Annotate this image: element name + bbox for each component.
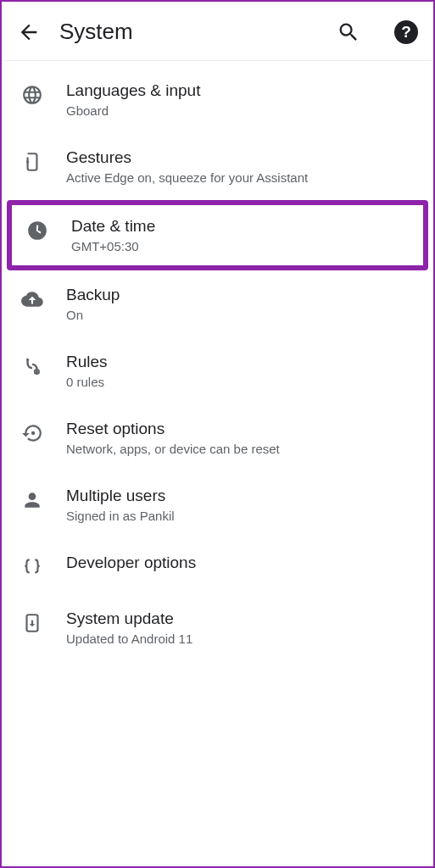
list-item-developer[interactable]: Developer options: [2, 538, 433, 594]
search-icon[interactable]: [337, 20, 360, 44]
item-label: Backup: [66, 286, 120, 304]
item-label: Reset options: [66, 420, 280, 438]
svg-point-2: [37, 371, 38, 372]
update-icon: [20, 611, 44, 635]
back-arrow-icon[interactable]: [17, 20, 41, 44]
svg-point-6: [31, 431, 35, 435]
list-item-system-update[interactable]: System update Updated to Android 11: [2, 594, 433, 661]
item-subtitle: Network, apps, or device can be reset: [66, 442, 280, 456]
backup-icon: [20, 287, 44, 311]
settings-list: Languages & input Gboard Gestures Active…: [2, 61, 433, 666]
item-subtitle: 0 rules: [66, 375, 108, 389]
item-label: Rules: [66, 353, 108, 371]
list-item-gestures[interactable]: Gestures Active Edge on, squeeze for you…: [2, 133, 433, 200]
rules-icon: [20, 354, 44, 378]
user-icon: [20, 488, 44, 512]
list-item-languages[interactable]: Languages & input Gboard: [2, 66, 433, 133]
list-item-rules[interactable]: Rules 0 rules: [2, 337, 433, 404]
braces-icon: [20, 555, 44, 579]
item-label: Developer options: [66, 554, 196, 572]
item-label: Languages & input: [66, 81, 200, 100]
item-label: System update: [66, 609, 192, 628]
globe-icon: [20, 83, 44, 107]
item-label: Date & time: [71, 217, 155, 236]
page-title: System: [59, 19, 303, 45]
list-item-backup[interactable]: Backup On: [2, 270, 433, 337]
item-subtitle: GMT+05:30: [71, 239, 155, 253]
svg-point-4: [36, 370, 37, 371]
list-item-users[interactable]: Multiple users Signed in as Pankil: [2, 471, 433, 538]
item-subtitle: Gboard: [66, 103, 200, 118]
list-item-reset[interactable]: Reset options Network, apps, or device c…: [2, 404, 433, 471]
svg-point-3: [35, 371, 36, 372]
gesture-icon: [20, 150, 44, 174]
item-subtitle: Active Edge on, squeeze for your Assista…: [66, 170, 308, 185]
item-subtitle: Signed in as Pankil: [66, 509, 175, 523]
list-item-date-time[interactable]: Date & time GMT+05:30: [7, 200, 428, 270]
item-label: Multiple users: [66, 487, 175, 505]
item-subtitle: On: [66, 308, 120, 322]
header: System ?: [2, 2, 433, 61]
svg-point-5: [36, 372, 37, 373]
clock-icon: [25, 219, 49, 242]
reset-icon: [20, 421, 44, 445]
item-subtitle: Updated to Android 11: [66, 632, 192, 646]
help-icon[interactable]: ?: [394, 20, 418, 44]
item-label: Gestures: [66, 148, 308, 167]
